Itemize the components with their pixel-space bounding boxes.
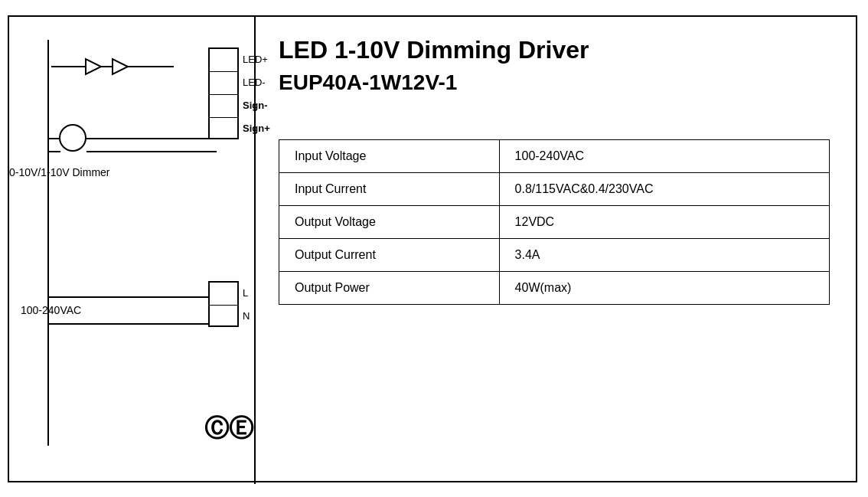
spec-param-2: Output Voltage (279, 206, 500, 239)
led-connector-row-4 (210, 118, 237, 141)
circuit-area: 0-10V/1-10V Dimmer 100-240VAC LED+ LED- … (9, 17, 254, 484)
pot-line-bottom (47, 151, 60, 152)
spec-row-4: Output Power40W(max) (279, 272, 830, 305)
info-area: LED 1-10V Dimming Driver EUP40A-1W12V-1 … (254, 17, 859, 484)
svg-marker-1 (86, 59, 101, 74)
pot-right-line-bottom (86, 151, 217, 152)
spec-value-2: 12VDC (499, 206, 829, 239)
led-connector-block (208, 47, 239, 139)
led-connector-row-2 (210, 72, 237, 95)
n-connector-row (210, 306, 237, 329)
pot-line-top (47, 138, 60, 139)
spec-value-3: 3.4A (499, 239, 829, 272)
dimmer-label: 0-10V/1-10V Dimmer (9, 166, 110, 178)
spec-row-3: Output Current3.4A (279, 239, 830, 272)
n-label: N (243, 304, 250, 327)
specs-table: Input Voltage100-240VACInput Current0.8/… (279, 139, 830, 305)
spec-param-4: Output Power (279, 272, 500, 305)
spec-param-3: Output Current (279, 239, 500, 272)
ac-line-top (47, 296, 217, 298)
l-label: L (243, 281, 250, 304)
ce-mark: ⒸⒺ (204, 412, 253, 446)
diode-diagram (51, 47, 220, 90)
ln-labels: L N (243, 281, 250, 327)
spec-value-1: 0.8/115VAC&0.4/230VAC (499, 173, 829, 206)
ac-line-bottom (47, 323, 217, 325)
vertical-line (47, 40, 49, 446)
main-title: LED 1-10V Dimming Driver (279, 36, 836, 64)
spec-row-1: Input Current0.8/115VAC&0.4/230VAC (279, 173, 830, 206)
svg-marker-4 (113, 59, 128, 74)
pot-right-line-top (86, 138, 217, 139)
spec-value-4: 40W(max) (499, 272, 829, 305)
title-area: LED 1-10V Dimming Driver EUP40A-1W12V-1 (256, 17, 859, 103)
sub-title: EUP40A-1W12V-1 (279, 70, 836, 95)
specs-table-wrapper: Input Voltage100-240VACInput Current0.8/… (279, 139, 830, 305)
l-connector-row (210, 283, 237, 306)
potentiometer-symbol (59, 124, 86, 152)
main-container: 0-10V/1-10V Dimmer 100-240VAC LED+ LED- … (8, 15, 857, 482)
spec-param-1: Input Current (279, 173, 500, 206)
vac-label: 100-240VAC (21, 304, 81, 316)
spec-param-0: Input Voltage (279, 140, 500, 173)
spec-row-0: Input Voltage100-240VAC (279, 140, 830, 173)
ln-connector-block (208, 281, 239, 327)
spec-row-2: Output Voltage12VDC (279, 206, 830, 239)
led-connector-row-3 (210, 95, 237, 118)
spec-value-0: 100-240VAC (499, 140, 829, 173)
led-connector-row-1 (210, 49, 237, 72)
